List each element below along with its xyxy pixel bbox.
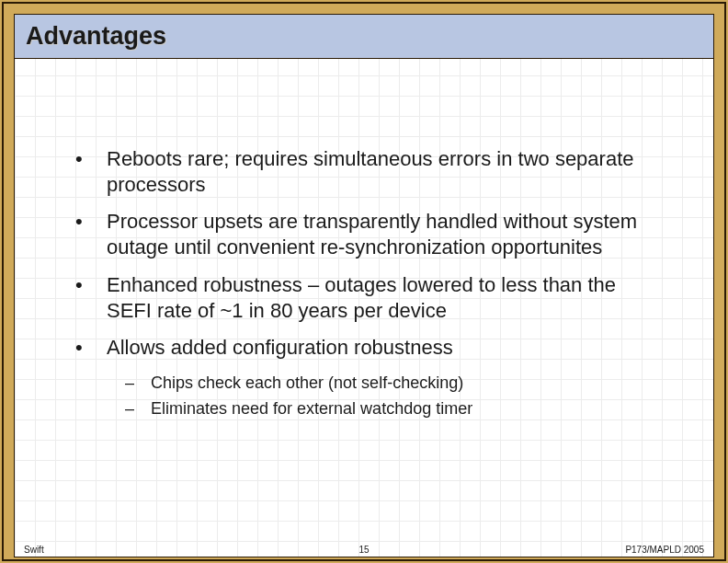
main-bullet-list: Reboots rare; requires simultaneous erro… (70, 146, 658, 420)
slide-title: Advantages (26, 22, 166, 51)
slide-mid-frame: Advantages Reboots rare; requires simult… (2, 2, 726, 561)
bullet-item: Allows added configuration robustness Ch… (101, 335, 658, 420)
bullet-item-label: Allows added configuration robustness (107, 336, 453, 359)
sub-bullet-list: Chips check each other (not self-checkin… (107, 372, 658, 420)
footer-author: Swift (24, 545, 44, 555)
sub-bullet-item: Chips check each other (not self-checkin… (145, 372, 658, 394)
slide-content: Reboots rare; requires simultaneous erro… (15, 59, 713, 420)
footer-page-number: 15 (358, 545, 369, 555)
bullet-item: Reboots rare; requires simultaneous erro… (101, 146, 658, 198)
bullet-item: Processor upsets are transparently handl… (101, 209, 658, 260)
bullet-item: Enhanced robustness – outages lowered to… (101, 272, 658, 324)
footer-conference: P173/MAPLD 2005 (625, 545, 704, 555)
sub-bullet-item: Eliminates need for external watchdog ti… (145, 397, 658, 419)
slide-inner-frame: Advantages Reboots rare; requires simult… (14, 14, 714, 557)
slide-outer-frame: Advantages Reboots rare; requires simult… (0, 0, 728, 563)
title-bar: Advantages (15, 15, 713, 59)
